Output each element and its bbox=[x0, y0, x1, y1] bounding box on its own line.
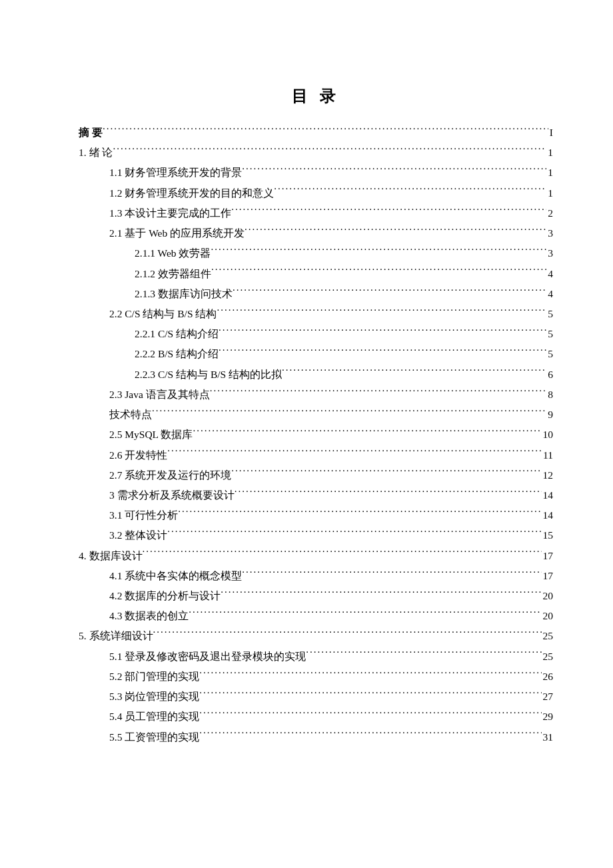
toc-label: 1.1 财务管理系统开发的背景 bbox=[109, 163, 242, 183]
toc-label: 5.4 员工管理的实现 bbox=[109, 707, 199, 727]
toc-entry: 2.7 系统开发及运行的环境12 bbox=[79, 465, 553, 485]
toc-label: 2.2.2 B/S 结构介绍 bbox=[135, 344, 219, 364]
toc-leader-dots bbox=[211, 245, 547, 257]
toc-page-number: 14 bbox=[542, 485, 554, 505]
toc-label: 技术特点 bbox=[109, 405, 152, 425]
toc-page-number: 10 bbox=[542, 425, 554, 445]
toc-label: 2.5 MySQL 数据库 bbox=[109, 425, 193, 445]
toc-page-number: 2 bbox=[546, 203, 553, 223]
toc-page-number: 27 bbox=[542, 687, 554, 707]
toc-leader-dots bbox=[274, 184, 546, 197]
toc-leader-dots bbox=[193, 426, 541, 439]
toc-leader-dots bbox=[199, 728, 541, 741]
toc-page-number: 20 bbox=[542, 586, 554, 606]
table-of-contents: 摘 要I1. 绪 论11.1 财务管理系统开发的背景11.2 财务管理系统开发的… bbox=[79, 123, 553, 747]
toc-label: 2.1.3 数据库访问技术 bbox=[135, 284, 233, 304]
toc-page-number: 25 bbox=[542, 647, 554, 667]
toc-page-number: 14 bbox=[542, 505, 554, 525]
toc-entry: 4.3 数据表的创立20 bbox=[79, 606, 553, 626]
toc-label: 2.2.3 C/S 结构与 B/S 结构的比拟 bbox=[135, 365, 282, 385]
toc-page-number: 31 bbox=[542, 727, 554, 747]
toc-label: 1.2 财务管理系统开发的目的和意义 bbox=[109, 183, 274, 203]
toc-leader-dots bbox=[199, 667, 541, 680]
toc-label: 2.7 系统开发及运行的环境 bbox=[109, 465, 231, 485]
toc-leader-dots bbox=[103, 123, 548, 136]
toc-entry: 5.5 工资管理的实现31 bbox=[79, 727, 553, 747]
toc-entry: 2.1.3 数据库访问技术4 bbox=[79, 284, 553, 304]
toc-leader-dots bbox=[217, 305, 546, 317]
toc-page-number: 20 bbox=[542, 606, 554, 626]
toc-leader-dots bbox=[113, 144, 546, 157]
toc-leader-dots bbox=[242, 164, 546, 177]
toc-leader-dots bbox=[245, 225, 546, 237]
toc-leader-dots bbox=[231, 204, 546, 217]
toc-page-number: 5 bbox=[546, 304, 553, 324]
toc-label: 1. 绪 论 bbox=[79, 143, 113, 163]
toc-entry: 1.1 财务管理系统开发的背景1 bbox=[79, 163, 553, 183]
toc-label: 2.6 开发特性 bbox=[109, 445, 167, 465]
toc-leader-dots bbox=[210, 385, 547, 398]
toc-leader-dots bbox=[152, 405, 546, 418]
toc-entry: 技术特点9 bbox=[79, 405, 553, 425]
toc-label: 3 需求分析及系统概要设计 bbox=[109, 485, 235, 505]
toc-leader-dots bbox=[199, 708, 541, 721]
toc-page-number: 5 bbox=[546, 324, 553, 344]
toc-label: 5.3 岗位管理的实现 bbox=[109, 687, 199, 707]
toc-label: 2.1.1 Web 效劳器 bbox=[135, 243, 211, 263]
toc-entry: 3.1 可行性分析14 bbox=[79, 505, 553, 525]
toc-page-number: 25 bbox=[542, 626, 554, 646]
toc-entry: 2.6 开发特性11 bbox=[79, 445, 553, 465]
toc-leader-dots bbox=[189, 607, 541, 620]
toc-leader-dots bbox=[282, 365, 546, 378]
toc-entry: 3 需求分析及系统概要设计14 bbox=[79, 485, 553, 505]
toc-page-number: 17 bbox=[542, 546, 554, 566]
toc-entry: 摘 要I bbox=[79, 123, 553, 143]
toc-leader-dots bbox=[219, 345, 546, 358]
toc-entry: 2.3 Java 语言及其特点8 bbox=[79, 385, 553, 405]
toc-page-number: I bbox=[548, 123, 553, 143]
toc-page-number: 8 bbox=[546, 385, 553, 405]
toc-leader-dots bbox=[233, 285, 546, 297]
toc-leader-dots bbox=[143, 547, 542, 559]
toc-page-number: 1 bbox=[546, 143, 553, 163]
toc-entry: 5.4 员工管理的实现29 bbox=[79, 707, 553, 727]
toc-leader-dots bbox=[167, 446, 542, 459]
toc-page-number: 6 bbox=[546, 365, 553, 385]
toc-entry: 1.2 财务管理系统开发的目的和意义1 bbox=[79, 183, 553, 203]
toc-label: 3.1 可行性分析 bbox=[109, 505, 178, 525]
toc-label: 2.1.2 效劳器组件 bbox=[135, 264, 211, 284]
toc-entry: 5.2 部门管理的实现26 bbox=[79, 667, 553, 687]
toc-entry: 2.1.2 效劳器组件4 bbox=[79, 264, 553, 284]
toc-label: 5. 系统详细设计 bbox=[79, 626, 153, 646]
toc-page-number: 26 bbox=[542, 667, 554, 687]
toc-label: 4. 数据库设计 bbox=[79, 546, 143, 566]
toc-page-number: 4 bbox=[546, 264, 553, 284]
toc-entry: 2.1 基于 Web 的应用系统开发3 bbox=[79, 223, 553, 243]
toc-label: 4.3 数据表的创立 bbox=[109, 606, 189, 626]
toc-label: 4.2 数据库的分析与设计 bbox=[109, 586, 221, 606]
toc-entry: 1. 绪 论1 bbox=[79, 143, 553, 163]
toc-page-number: 1 bbox=[546, 163, 553, 183]
toc-label: 5.2 部门管理的实现 bbox=[109, 667, 199, 687]
toc-entry: 5. 系统详细设计25 bbox=[79, 626, 553, 646]
toc-page-number: 3 bbox=[546, 243, 553, 263]
toc-entry: 2.2.2 B/S 结构介绍5 bbox=[79, 344, 553, 364]
toc-label: 2.2 C/S 结构与 B/S 结构 bbox=[109, 304, 217, 324]
toc-entry: 2.1.1 Web 效劳器3 bbox=[79, 243, 553, 263]
toc-entry: 5.1 登录及修改密码及退出登录模块的实现25 bbox=[79, 647, 553, 667]
toc-page-number: 5 bbox=[546, 344, 553, 364]
toc-leader-dots bbox=[167, 527, 541, 539]
toc-leader-dots bbox=[231, 466, 541, 479]
toc-label: 4.1 系统中各实体的概念模型 bbox=[109, 566, 242, 586]
toc-leader-dots bbox=[219, 325, 546, 338]
toc-page-number: 17 bbox=[542, 566, 554, 586]
toc-entry: 4.2 数据库的分析与设计20 bbox=[79, 586, 553, 606]
toc-page-number: 12 bbox=[542, 465, 554, 485]
toc-leader-dots bbox=[178, 507, 541, 519]
toc-leader-dots bbox=[153, 627, 542, 640]
toc-entry: 4.1 系统中各实体的概念模型17 bbox=[79, 566, 553, 586]
toc-label: 5.1 登录及修改密码及退出登录模块的实现 bbox=[109, 647, 306, 667]
toc-entry: 5.3 岗位管理的实现27 bbox=[79, 687, 553, 707]
toc-leader-dots bbox=[211, 265, 546, 277]
toc-entry: 1.3 本设计主要完成的工作2 bbox=[79, 203, 553, 223]
